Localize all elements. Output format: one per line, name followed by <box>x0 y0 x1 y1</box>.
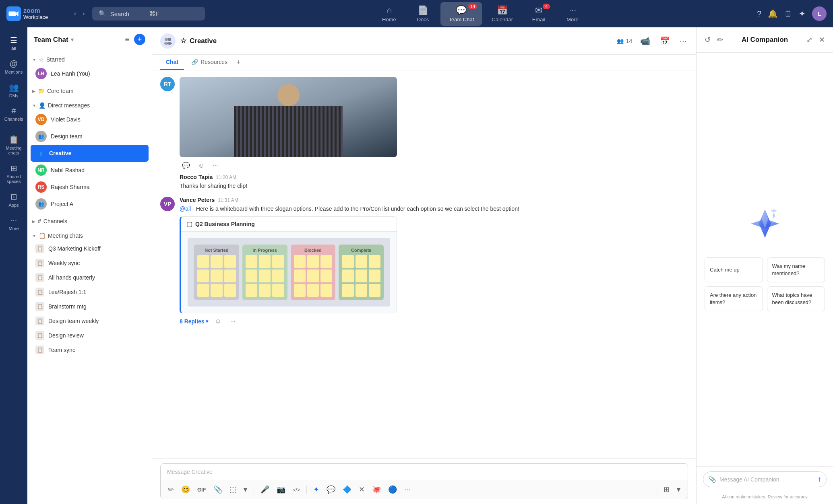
sidebar-item-lea-hanh[interactable]: LH Lea Hanh (You) <box>27 65 152 82</box>
drive-button[interactable]: 🔵 <box>386 483 399 496</box>
close-toolbar-button[interactable]: ✕ <box>356 483 367 496</box>
help-icon[interactable]: ? <box>757 9 761 19</box>
whiteboard-card[interactable]: ⬚ Q2 Business Planning Not Started <box>180 216 397 313</box>
user-avatar[interactable]: L <box>812 6 827 21</box>
whiteboard-toolbar-button[interactable]: ⬚ <box>227 483 239 496</box>
sidebar-item-creative[interactable]: 👥 Creative <box>31 145 149 162</box>
sidebar-item-weekly-sync[interactable]: 📋 Weekly sync <box>27 256 152 270</box>
ai-suggest-topics[interactable]: What topics have been discussed? <box>767 286 825 311</box>
more-toolbar-button[interactable]: ··· <box>402 484 413 496</box>
notifications-icon[interactable]: 🔔 <box>768 9 778 19</box>
ai-compose-button[interactable]: ✦ <box>311 483 322 496</box>
complete-cards <box>342 255 380 297</box>
more-options-button[interactable]: ··· <box>678 35 688 47</box>
sidebar-item-lea-rajesh[interactable]: 📋 Lea/Rajesh 1:1 <box>27 285 152 299</box>
ai-refresh-button[interactable]: ↺ <box>703 34 712 46</box>
contacts-icon[interactable]: 🗓 <box>784 9 792 19</box>
zoom-apps-button[interactable]: 💬 <box>324 483 338 496</box>
sidebar-item-mentions[interactable]: @ Mentions <box>2 56 26 78</box>
star-channel-icon[interactable]: ☆ <box>180 37 186 45</box>
rocco-author: Rocco Tapia <box>180 174 213 180</box>
ai-close-button[interactable]: ✕ <box>817 34 827 46</box>
sidebar-item-violet-davis[interactable]: VD Violet Davis <box>27 111 152 128</box>
action-items-label: Are there any action items? <box>710 292 757 305</box>
new-chat-button[interactable]: + <box>134 34 145 45</box>
search-bar[interactable]: 🔍 Search ⌘F <box>92 7 205 21</box>
direct-messages-header[interactable]: ▼ 👤 Direct messages <box>27 100 152 111</box>
nav-tab-email[interactable]: ✉ Email 4 <box>523 2 555 26</box>
ai-suggest-catch-me-up[interactable]: Catch me up <box>705 257 763 282</box>
rajesh-sharma-avatar: RS <box>35 181 47 193</box>
calendar-button[interactable]: 📅 <box>658 35 672 47</box>
violet-davis-avatar: VD <box>35 114 47 125</box>
meeting-chats-header[interactable]: ▼ 📋 Meeting chats <box>27 230 152 241</box>
github-button[interactable]: 🐙 <box>370 483 383 496</box>
sidebar-item-dms[interactable]: 👥 DMs <box>2 79 26 101</box>
reaction-button[interactable]: ☺ <box>212 317 223 326</box>
starred-section-header[interactable]: ▼ ☆ Starred <box>27 54 152 65</box>
channels-section-header[interactable]: ▶ # Channels <box>27 216 152 227</box>
sidebar-item-team-sync[interactable]: 📋 Team sync <box>27 343 152 357</box>
sidebar-item-rajesh-sharma[interactable]: RS Rajesh Sharma <box>27 179 152 195</box>
sidebar-item-shared-spaces[interactable]: ⊞ Shared spaces <box>2 160 26 187</box>
member-count[interactable]: 👥 14 <box>617 38 633 44</box>
sidebar-item-q3-marketing[interactable]: 📋 Q3 Marketing Kickoff <box>27 241 152 256</box>
ai-star-icon[interactable]: ✦ <box>799 9 806 19</box>
sidebar-item-project-a[interactable]: 👥 Project A <box>27 195 152 212</box>
more-message-actions[interactable]: ··· <box>228 317 238 326</box>
more-actions-button[interactable]: ··· <box>210 160 220 171</box>
ai-send-button[interactable]: ↑ <box>818 475 821 483</box>
core-team-header[interactable]: ▶ 📁 Core team <box>27 85 152 97</box>
nav-tab-docs[interactable]: 📄 Docs <box>407 2 439 26</box>
reply-button[interactable]: 💬 <box>180 160 192 171</box>
nav-tab-home[interactable]: ⌂ Home <box>373 2 405 26</box>
shield-button[interactable]: 🔷 <box>340 483 354 496</box>
lea-hanh-avatar: LH <box>35 68 47 79</box>
sidebar-item-apps[interactable]: ⊡ Apps <box>2 189 26 211</box>
project-a-label: Project A <box>51 201 73 207</box>
filter-dropdown-button[interactable]: ▾ <box>674 483 683 496</box>
add-tab-button[interactable]: + <box>235 57 242 68</box>
filter-options-button[interactable]: ⊞ <box>661 483 672 496</box>
nav-tab-calendar[interactable]: 📅 Calendar <box>484 2 521 26</box>
format-dropdown-button[interactable]: ▾ <box>241 483 250 496</box>
video-button[interactable]: 📹 <box>639 35 652 47</box>
vance-avatar: VP <box>160 197 175 211</box>
nav-back-button[interactable]: ‹ <box>72 8 79 19</box>
message-input[interactable] <box>161 464 688 480</box>
sidebar-item-design-review[interactable]: 📋 Design review <box>27 328 152 343</box>
sidebar-item-design-team[interactable]: 👥 Design team <box>27 128 152 145</box>
sidebar-item-all-hands[interactable]: 📋 All hands quarterly <box>27 270 152 285</box>
ai-message-input[interactable] <box>719 476 814 483</box>
sidebar-item-more[interactable]: ··· More <box>2 212 26 234</box>
sidebar-title[interactable]: Team Chat ▾ <box>34 36 74 44</box>
nav-tab-more[interactable]: ··· More <box>556 2 589 26</box>
ai-suggest-action-items[interactable]: Are there any action items? <box>705 286 763 311</box>
sidebar-item-nabil-rashad[interactable]: NR Nabil Rashad <box>27 162 152 179</box>
audio-button[interactable]: 🎤 <box>258 483 272 496</box>
ai-suggest-name-mentioned[interactable]: Was my name mentioned? <box>767 257 825 282</box>
sidebar-item-design-weekly[interactable]: 📋 Design team weekly <box>27 314 152 328</box>
tab-chat[interactable]: Chat <box>160 55 184 70</box>
react-button[interactable]: ☺ <box>196 160 207 171</box>
sidebar-item-meeting-chats[interactable]: 📋 Meeting chats <box>2 132 26 158</box>
kanban-card <box>272 255 284 268</box>
ai-expand-button[interactable]: ⤢ <box>805 34 814 46</box>
nav-forward-button[interactable]: › <box>80 8 87 19</box>
nav-tab-team-chat[interactable]: 💬 Team Chat 14 <box>440 2 482 26</box>
video-message-button[interactable]: 📷 <box>274 483 288 496</box>
sidebar-item-channels[interactable]: # Channels <box>2 103 26 125</box>
emoji-button[interactable]: 😊 <box>179 483 192 496</box>
code-button[interactable]: </> <box>290 485 303 494</box>
attach-file-button[interactable]: 📎 <box>211 483 225 496</box>
rajesh-sharma-label: Rajesh Sharma <box>51 184 90 190</box>
sidebar-item-brainstorm[interactable]: 📋 Brainstorm mtg <box>27 299 152 314</box>
sidebar-item-all[interactable]: ☰ All <box>2 32 26 54</box>
gif-button[interactable]: GIF <box>195 485 209 494</box>
tab-resources[interactable]: 🔗 Resources <box>186 55 233 70</box>
apps-label: Apps <box>8 203 19 208</box>
format-text-button[interactable]: ✏ <box>165 483 176 496</box>
ai-edit-button[interactable]: ✏ <box>715 34 725 46</box>
replies-button[interactable]: 8 Replies ▾ <box>180 318 208 325</box>
filter-button[interactable]: ≡ <box>123 34 131 45</box>
